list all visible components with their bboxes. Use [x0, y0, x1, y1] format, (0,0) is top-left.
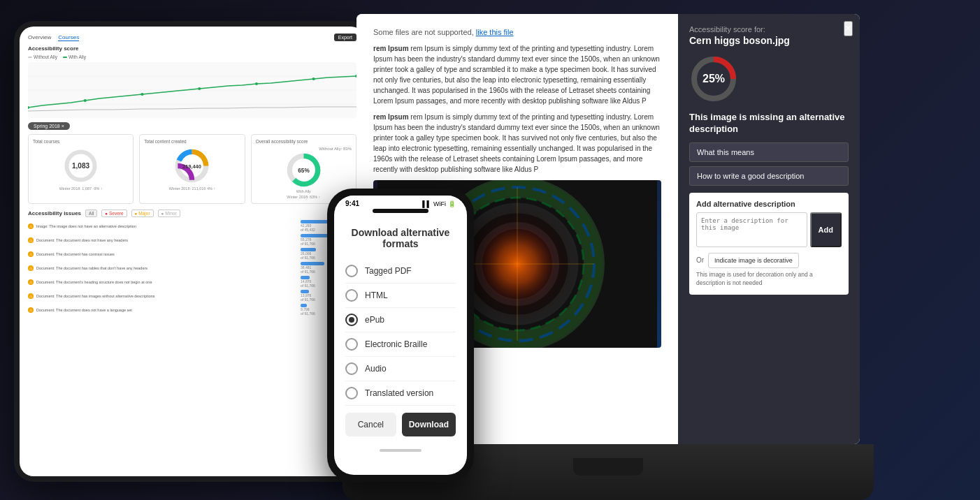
radio-circle-html[interactable]: [345, 289, 358, 302]
add-desc-row: Add: [696, 212, 842, 247]
score-container: 25%: [689, 54, 849, 103]
radio-option-tagged-pdf[interactable]: Tagged PDF: [345, 259, 456, 284]
stat-courses-sub: Winter 2018: 1,087 -9% ↑: [33, 186, 129, 191]
issue-icon: ⚠: [28, 293, 34, 299]
chart-legend: Without Ally With Ally: [28, 54, 356, 59]
phone-status-bar: 9:41 ▌▌ WiFi 🔋: [334, 196, 467, 209]
issue-icon: ⚠: [28, 307, 34, 313]
issue-text: Document: The document does not have any…: [36, 238, 298, 242]
tablet-screen: Overview Courses Export Accessibility sc…: [20, 27, 365, 476]
decorative-note: This image is used for decoration only a…: [696, 271, 842, 288]
close-button[interactable]: ×: [844, 21, 853, 36]
score-gauge: 25%: [689, 54, 738, 103]
download-button[interactable]: Download: [402, 413, 456, 436]
filter-tag[interactable]: Spring 2018 ×: [28, 122, 70, 130]
radio-label-tagged-pdf: Tagged PDF: [365, 266, 412, 276]
issue-text: Document: The document does not have a l…: [36, 308, 298, 312]
svg-point-6: [198, 87, 201, 90]
accessibility-panel: × Accessibility score for: Cern higgs bo…: [678, 14, 860, 444]
modal-actions: Cancel Download: [345, 406, 456, 436]
radio-label-epub: ePub: [365, 315, 384, 325]
phone-screen: 9:41 ▌▌ WiFi 🔋 Download alternative form…: [334, 196, 467, 475]
svg-text:219,440: 219,440: [183, 163, 202, 170]
score-value: 25%: [702, 73, 725, 85]
radio-circle-electronic-braille[interactable]: [345, 338, 358, 351]
radio-label-html: HTML: [365, 291, 388, 300]
accessibility-score-label: Accessibility score: [28, 45, 356, 52]
phone-device: 9:41 ▌▌ WiFi 🔋 Download alternative form…: [327, 189, 474, 482]
stat-total-content: Total content created 219,440 Winter 201…: [139, 134, 245, 204]
radio-option-html[interactable]: HTML: [345, 284, 456, 308]
tablet-device: Overview Courses Export Accessibility sc…: [14, 21, 370, 482]
nav-overview[interactable]: Overview: [28, 34, 51, 41]
stat-total-courses: Total courses 1,083 Winter 2018: 1,087 -…: [28, 134, 134, 204]
svg-point-3: [28, 106, 29, 109]
article-warning: Some files are not supported, like this …: [373, 28, 661, 36]
svg-point-4: [84, 99, 87, 102]
phone-time: 9:41: [345, 200, 359, 207]
add-description-section: Add alternative description Add Or Indic…: [689, 193, 849, 295]
issue-text: Document: The document's heading structu…: [36, 280, 298, 284]
panel-subtitle: Accessibility score for:: [689, 25, 849, 34]
nav-courses[interactable]: Courses: [58, 34, 79, 41]
download-modal: Download alternative formats Tagged PDF …: [334, 217, 467, 446]
issue-icon: ⚠: [28, 237, 34, 243]
issue-row: ⚠ Document: The document has contrast is…: [28, 248, 356, 260]
radio-options: Tagged PDF HTML ePub Electronic Braille …: [345, 259, 456, 406]
add-desc-title: Add alternative description: [696, 200, 842, 208]
radio-circle-translated-version[interactable]: [345, 387, 358, 399]
issue-text: Image: The image does not have an altern…: [36, 224, 298, 228]
issues-title: Accessibility issues: [28, 210, 81, 216]
radio-circle-tagged-pdf[interactable]: [345, 265, 358, 277]
stat-courses-label: Total courses: [33, 139, 129, 144]
stat-content-sub: Winter 2018: 211,016 4% ↑: [144, 186, 240, 191]
how-to-write-button[interactable]: How to write a good description: [689, 166, 849, 186]
radio-option-translated-version[interactable]: Translated version: [345, 381, 456, 406]
phone-notch: [373, 209, 428, 213]
issue-row: ⚠ Document: The document's heading struc…: [28, 276, 356, 288]
svg-point-7: [255, 82, 258, 85]
filter-major[interactable]: ● Major: [131, 209, 154, 217]
svg-point-8: [312, 78, 315, 80]
radio-option-audio[interactable]: Audio: [345, 357, 456, 381]
or-row: Or Indicate image is decorative: [696, 253, 842, 268]
radio-label-audio: Audio: [365, 364, 387, 374]
add-description-button[interactable]: Add: [810, 212, 842, 247]
issue-icon: ⚠: [28, 223, 34, 229]
like-this-file-link[interactable]: like this file: [476, 28, 514, 36]
what-this-means-button[interactable]: What this means: [689, 142, 849, 162]
radio-option-epub[interactable]: ePub: [345, 308, 456, 332]
description-input[interactable]: [696, 212, 807, 247]
stat-content-label: Total content created: [144, 139, 240, 144]
phone-status-icons: ▌▌ WiFi 🔋: [422, 200, 456, 207]
legend-with-ally: With Ally: [63, 54, 86, 59]
filter-minor[interactable]: ● Minor: [158, 209, 180, 217]
issue-row: ⚠ Image: The image does not have an alte…: [28, 220, 356, 232]
modal-title: Download alternative formats: [345, 227, 456, 249]
decorative-button[interactable]: Indicate image is decorative: [708, 253, 799, 268]
issue-row: ⚠ Document: The document has images with…: [28, 290, 356, 302]
issue-row: ⚠ Document: The document does not have a…: [28, 304, 356, 316]
filter-severe[interactable]: ● Severe: [101, 209, 127, 217]
article-text-1: rem Ipsum rem Ipsum is simply dummy text…: [373, 43, 661, 106]
tablet-nav: Overview Courses Export: [28, 34, 356, 41]
radio-circle-epub[interactable]: [345, 314, 358, 326]
svg-text:65%: 65%: [298, 168, 310, 174]
issue-row: ⚠ Document: The document does not have a…: [28, 234, 356, 246]
stats-row: Total courses 1,083 Winter 2018: 1,087 -…: [28, 134, 356, 204]
panel-filename: Cern higgs boson.jpg: [689, 35, 849, 46]
issue-icon: ⚠: [28, 279, 34, 285]
radio-option-electronic-braille[interactable]: Electronic Braille: [345, 332, 456, 357]
issue-icon: ⚠: [28, 251, 34, 257]
filter-all[interactable]: All: [85, 209, 97, 217]
issue-text: Document: The document has tables that d…: [36, 266, 298, 270]
radio-label-translated-version: Translated version: [365, 388, 433, 398]
svg-point-5: [140, 93, 143, 96]
radio-circle-audio[interactable]: [345, 362, 358, 375]
cancel-button[interactable]: Cancel: [345, 413, 396, 436]
issues-list: ⚠ Image: The image does not have an alte…: [28, 220, 356, 316]
phone-home-indicator[interactable]: [380, 449, 421, 452]
issue-text: Document: The document has images withou…: [36, 294, 298, 298]
radio-label-electronic-braille: Electronic Braille: [365, 339, 427, 349]
issue-row: ⚠ Document: The document has tables that…: [28, 262, 356, 274]
